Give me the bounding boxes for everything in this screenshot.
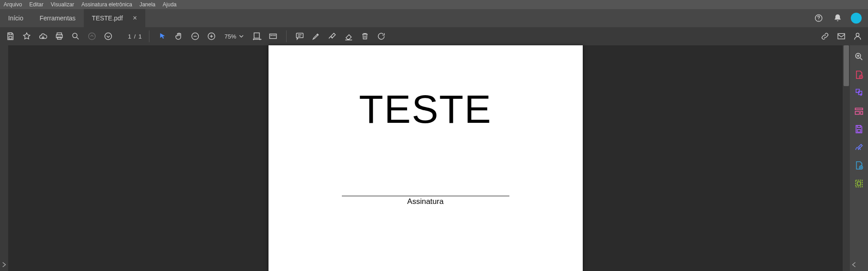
highlight-icon[interactable]: [310, 30, 322, 42]
svg-rect-29: [857, 182, 860, 185]
svg-point-14: [271, 35, 271, 36]
page-current-input[interactable]: [119, 32, 131, 41]
cloud-icon[interactable]: [37, 30, 49, 42]
svg-point-8: [89, 33, 96, 40]
menubar: Arquivo Editar Visualizar Assinatura ele…: [0, 0, 868, 9]
edit-pdf-icon[interactable]: [854, 106, 864, 116]
selection-tool-icon[interactable]: [157, 30, 168, 42]
content-area: TESTE Assinatura: [0, 45, 868, 271]
sign-icon[interactable]: [854, 142, 864, 152]
notification-icon[interactable]: [832, 12, 844, 24]
right-tool-panel: [850, 45, 868, 271]
hand-tool-icon[interactable]: [173, 30, 185, 42]
collapse-right-icon[interactable]: [852, 262, 856, 267]
vertical-scrollbar[interactable]: [843, 45, 850, 271]
svg-rect-17: [296, 33, 303, 38]
create-pdf-icon[interactable]: [854, 70, 864, 80]
delete-icon[interactable]: [359, 30, 371, 42]
search-panel-icon[interactable]: [854, 52, 864, 62]
print-icon[interactable]: [53, 30, 65, 42]
menu-visualizar[interactable]: Visualizar: [51, 1, 74, 8]
organize-icon[interactable]: [854, 160, 864, 170]
svg-rect-12: [254, 33, 259, 39]
toolbar: / 1 75%: [0, 27, 868, 45]
signature-block: Assinatura: [269, 196, 583, 206]
page-total: 1: [139, 33, 142, 40]
svg-point-15: [273, 35, 273, 36]
export-pdf-icon[interactable]: [854, 124, 864, 134]
comment-icon[interactable]: [294, 30, 306, 42]
svg-point-1: [818, 20, 819, 20]
zoom-out-icon[interactable]: [189, 30, 201, 42]
svg-point-9: [105, 33, 112, 40]
svg-rect-13: [269, 34, 276, 39]
menu-janela[interactable]: Janela: [139, 1, 155, 8]
tab-document-label: TESTE.pdf: [92, 15, 123, 22]
combine-icon[interactable]: [854, 88, 864, 98]
topbar-right-controls: [813, 12, 868, 24]
svg-rect-18: [838, 34, 845, 39]
menu-arquivo[interactable]: Arquivo: [4, 1, 22, 8]
document-viewport[interactable]: TESTE Assinatura: [8, 45, 843, 271]
tab-bar: Início Ferramentas TESTE.pdf ×: [0, 9, 868, 27]
svg-rect-25: [857, 126, 860, 128]
svg-point-7: [72, 33, 77, 38]
zoom-select[interactable]: 75%: [222, 33, 246, 40]
svg-rect-23: [855, 111, 859, 114]
svg-rect-6: [58, 37, 61, 39]
svg-rect-3: [9, 37, 12, 39]
signature-line: [342, 196, 509, 196]
svg-point-19: [856, 33, 859, 36]
document-page: TESTE Assinatura: [269, 45, 583, 271]
svg-point-16: [274, 35, 275, 36]
page-indicator: / 1: [119, 32, 142, 41]
compress-icon[interactable]: [854, 179, 864, 189]
document-heading: TESTE: [269, 86, 583, 132]
svg-rect-2: [9, 33, 12, 35]
menu-assinatura[interactable]: Assinatura eletrônica: [82, 1, 132, 8]
rotate-icon[interactable]: [375, 30, 387, 42]
account-avatar[interactable]: [851, 13, 862, 24]
tab-home[interactable]: Início: [0, 9, 31, 27]
chevron-down-icon: [239, 34, 244, 39]
email-icon[interactable]: [835, 30, 847, 42]
signature-label: Assinatura: [269, 197, 583, 206]
svg-rect-22: [855, 108, 863, 110]
close-tab-icon[interactable]: ×: [133, 14, 137, 22]
erase-icon[interactable]: [343, 30, 355, 42]
fit-page-icon[interactable]: [267, 30, 279, 42]
page-up-icon[interactable]: [86, 30, 98, 42]
page-down-icon[interactable]: [102, 30, 114, 42]
share-icon[interactable]: [852, 30, 863, 42]
left-panel: [0, 45, 8, 271]
tab-document[interactable]: TESTE.pdf ×: [84, 9, 145, 27]
svg-rect-24: [861, 111, 863, 114]
scrollbar-thumb[interactable]: [844, 45, 849, 86]
star-icon[interactable]: [21, 30, 33, 42]
find-icon[interactable]: [70, 30, 82, 42]
svg-rect-28: [856, 180, 863, 187]
save-icon[interactable]: [5, 30, 16, 42]
svg-rect-26: [857, 130, 860, 132]
tab-tools[interactable]: Ferramentas: [31, 9, 83, 27]
expand-left-icon[interactable]: [2, 262, 6, 267]
help-icon[interactable]: [813, 12, 825, 24]
menu-ajuda[interactable]: Ajuda: [163, 1, 177, 8]
link-icon[interactable]: [819, 30, 831, 42]
fit-width-icon[interactable]: [251, 30, 263, 42]
zoom-in-icon[interactable]: [206, 30, 217, 42]
menu-editar[interactable]: Editar: [29, 1, 43, 8]
draw-icon[interactable]: [326, 30, 338, 42]
